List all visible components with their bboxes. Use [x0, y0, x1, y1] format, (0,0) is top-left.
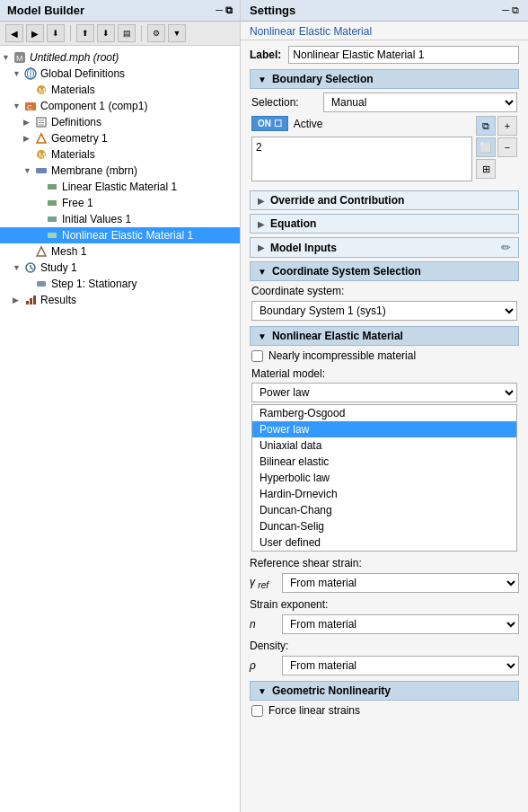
tree-item-mesh1[interactable]: Mesh 1 — [0, 243, 240, 260]
remove-icon-button[interactable]: − — [497, 137, 517, 157]
material-model-select[interactable]: Power law Ramberg-Osgood Uniaxial data B… — [251, 383, 517, 402]
tree-item-step1[interactable]: Step 1: Stationary — [0, 276, 240, 292]
tree-arrow-geometry1: ▶ — [23, 134, 34, 143]
paste-icon-button[interactable]: ⧉ — [476, 116, 496, 136]
coord-content: Coordinate system: Boundary System 1 (sy… — [250, 285, 519, 321]
tree-item-initial-values[interactable]: Initial Values 1 — [0, 211, 240, 227]
strain-exp-select[interactable]: From material — [282, 614, 519, 634]
label-row: Label: — [250, 46, 519, 64]
equation-section-bar[interactable]: ▶ Equation — [250, 214, 519, 234]
ref-shear-select[interactable]: From material — [282, 573, 519, 593]
tree-up-button[interactable]: ⬆ — [76, 24, 94, 42]
free1-icon — [45, 196, 59, 210]
model-builder-title: Model Builder — [7, 4, 84, 17]
copy-icon-button[interactable]: ⬜ — [476, 137, 496, 157]
add-icon-button[interactable]: + — [497, 116, 517, 136]
svg-rect-16 — [36, 168, 47, 173]
geometric-section-bar[interactable]: ▼ Geometric Nonlinearity — [250, 681, 519, 701]
left-panel: Model Builder ─ ⧉ ◀ ▶ ⬇ ⬆ ⬇ ▤ ⚙ ▼ ▼ M Un… — [0, 0, 241, 812]
dropdown-item-hardin[interactable]: Hardin-Drnevich — [252, 486, 516, 502]
root-icon: M — [13, 50, 27, 65]
density-row: ρ From material — [250, 656, 519, 675]
tree-item-membrane[interactable]: ▼ Membrane (mbrn) — [0, 163, 240, 179]
tree-item-nonlinear-elastic[interactable]: Nonlinear Elastic Material 1 — [0, 227, 240, 243]
expand-button[interactable]: ⬇ — [47, 24, 65, 42]
coord-system-select[interactable]: Boundary System 1 (sys1) — [251, 301, 517, 321]
svg-rect-25 — [37, 281, 46, 287]
equation-arrow: ▶ — [258, 219, 265, 229]
svg-rect-20 — [48, 233, 57, 238]
tree-item-linear-elastic[interactable]: Linear Elastic Material 1 — [0, 179, 240, 195]
selection-dropdown[interactable]: Manual — [323, 93, 517, 112]
override-section-bar[interactable]: ▶ Override and Contribution — [250, 190, 519, 210]
tree-item-global-defs[interactable]: ▼ Global Definitions — [0, 66, 240, 82]
boundary-box: 2 — [251, 137, 472, 181]
tree-item-materials-global[interactable]: M Materials — [0, 82, 240, 98]
dropdown-item-hyperbolic[interactable]: Hyperbolic law — [252, 470, 516, 486]
back-button[interactable]: ◀ — [5, 24, 23, 42]
toolbar-row1: ⧉ + — [476, 116, 517, 136]
settings-button[interactable]: ⚙ — [147, 24, 165, 42]
force-linear-strains-checkbox[interactable] — [251, 705, 263, 717]
tree-item-geometry1[interactable]: ▶ Geometry 1 — [0, 130, 240, 146]
svg-text:M: M — [39, 86, 46, 95]
tree-label-geometry1: Geometry 1 — [51, 132, 108, 145]
dropdown-item-duncan-selig[interactable]: Duncan-Selig — [252, 518, 516, 534]
minimize-icon[interactable]: ─ — [216, 4, 223, 16]
right-header: Settings ─ ⧉ — [241, 0, 528, 22]
forward-button[interactable]: ▶ — [26, 24, 44, 42]
tree-item-root[interactable]: ▼ M Untitled.mph (root) — [0, 49, 240, 66]
svg-text:M: M — [39, 151, 46, 160]
boundary-selection-bar[interactable]: ▼ Boundary Selection — [250, 69, 519, 89]
nonlinear-section-bar[interactable]: ▼ Nonlinear Elastic Material — [250, 326, 519, 346]
ref-shear-strain-row: γ ref From material — [250, 573, 519, 593]
strain-exp-label: Strain exponent: — [250, 598, 328, 611]
density-select[interactable]: From material — [282, 656, 519, 675]
tree-item-study1[interactable]: ▼ Study 1 — [0, 260, 240, 276]
coord-section-bar[interactable]: ▼ Coordinate System Selection — [250, 261, 519, 281]
right-minimize-icon[interactable]: ─ — [502, 4, 509, 16]
strain-exponent-row: n From material — [250, 614, 519, 634]
dropdown-item-uniaxial[interactable]: Uniaxial data — [252, 437, 516, 454]
density-label: Density: — [250, 640, 519, 652]
group-icon-button[interactable]: ⊞ — [476, 159, 496, 179]
svg-line-24 — [31, 268, 33, 269]
geometric-content: Force linear strains — [250, 704, 519, 717]
dropdown-item-ramberg[interactable]: Ramberg-Osgood — [252, 405, 516, 421]
force-linear-strains-row: Force linear strains — [251, 704, 517, 717]
dropdown-item-duncan-chang[interactable]: Duncan-Chang — [252, 502, 516, 518]
dropdown-item-bilinear[interactable]: Bilinear elastic — [252, 454, 516, 470]
override-arrow: ▶ — [258, 196, 265, 206]
global-defs-icon — [23, 66, 38, 81]
active-toggle-button[interactable]: ON ☐ — [251, 116, 288, 131]
selection-left: ON ☐ Active 2 — [251, 116, 472, 185]
density-label-text: Density: — [250, 640, 288, 652]
nearly-incompressible-row: Nearly incompressible material — [251, 349, 517, 362]
svg-rect-19 — [48, 216, 57, 222]
tree-item-free1[interactable]: Free 1 — [0, 195, 240, 211]
toolbar-separator2 — [141, 25, 142, 41]
tree-item-materials2[interactable]: M Materials — [0, 146, 240, 163]
detach-icon[interactable]: ⧉ — [225, 4, 233, 16]
arrow-button[interactable]: ▼ — [168, 24, 186, 42]
dropdown-item-power-law[interactable]: Power law — [252, 421, 516, 437]
tree-item-results[interactable]: ▶ Results — [0, 292, 240, 308]
model-inputs-section-bar[interactable]: ▶ Model Inputs ✏ — [250, 237, 519, 258]
tree-label-mesh1: Mesh 1 — [51, 245, 86, 258]
label-input[interactable] — [288, 46, 519, 64]
nearly-incompressible-checkbox[interactable] — [251, 350, 263, 362]
dropdown-item-user-defined[interactable]: User defined — [252, 534, 516, 551]
model-inputs-edit-icon[interactable]: ✏ — [501, 241, 511, 254]
materials-global-icon: M — [34, 83, 48, 97]
tree-item-definitions[interactable]: ▶ Definitions — [0, 114, 240, 130]
svg-rect-17 — [48, 184, 57, 190]
toolbar-row3: ⊞ — [476, 159, 517, 179]
tree-down-button[interactable]: ⬇ — [97, 24, 115, 42]
tree-item-component1[interactable]: ▼ C Component 1 (comp1) — [0, 98, 240, 114]
right-header-controls: ─ ⧉ — [502, 4, 519, 16]
svg-marker-21 — [37, 247, 46, 256]
settings-title: Settings — [250, 4, 295, 17]
tree-layout-button[interactable]: ▤ — [118, 24, 136, 42]
right-detach-icon[interactable]: ⧉ — [512, 4, 519, 16]
component1-icon: C — [23, 99, 38, 113]
